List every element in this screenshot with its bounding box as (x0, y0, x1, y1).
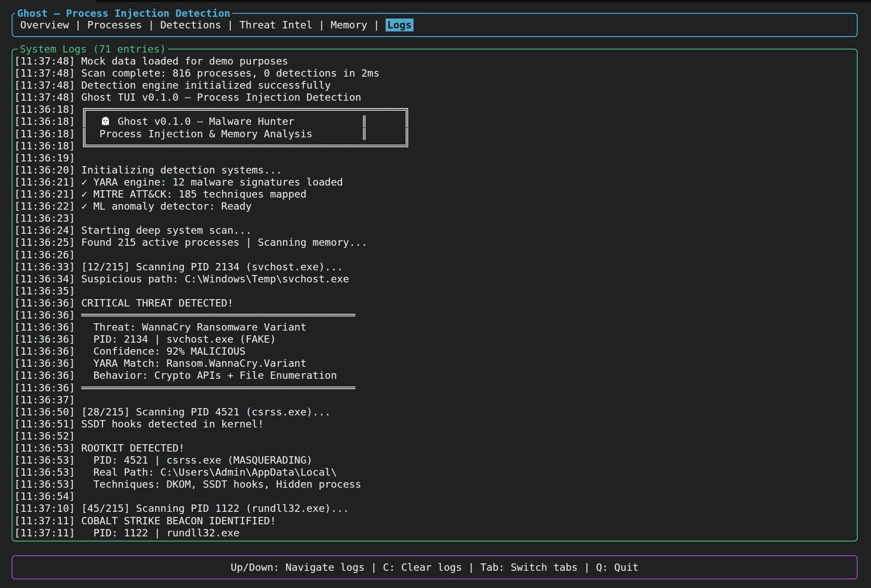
log-message: Threat: WannaCry Ransomware Variant (81, 321, 306, 333)
log-entry: [11:36:53] ROOTKIT DETECTED! (14, 442, 855, 454)
status-bar: Up/Down: Navigate logs | C: Clear logs |… (12, 555, 858, 579)
log-timestamp: [11:36:18] (14, 140, 81, 152)
log-message: ════════════════════════════════════════… (81, 382, 355, 394)
log-timestamp: [11:36:18] (14, 128, 81, 140)
log-message: Starting deep system scan... (81, 224, 252, 236)
log-timestamp: [11:36:52] (14, 430, 81, 442)
ghost-icon (99, 116, 111, 127)
log-message: COBALT STRIKE BEACON IDENTIFIED! (81, 515, 276, 527)
log-timestamp: [11:36:25] (14, 236, 81, 248)
log-entry: [11:36:36] CRITICAL THREAT DETECTED! (14, 297, 855, 309)
log-message: Scan complete: 816 processes, 0 detectio… (81, 67, 380, 79)
log-timestamp: [11:37:48] (14, 67, 81, 79)
log-entry: [11:36:52] (14, 430, 855, 442)
log-message: ║ Process Injection & Memory Analysis ║ … (81, 128, 410, 140)
tab-memory[interactable]: Memory (331, 19, 368, 31)
log-timestamp: [11:36:20] (14, 164, 81, 176)
log-entry: [11:36:36] Threat: WannaCry Ransomware V… (14, 321, 855, 333)
log-entry: [11:36:19] (14, 152, 855, 164)
log-message: ════════════════════════════════════════… (81, 309, 355, 321)
log-timestamp: [11:36:36] (14, 309, 81, 321)
log-timestamp: [11:36:36] (14, 321, 81, 333)
log-entry: [11:36:20] Initializing detection system… (14, 164, 855, 176)
log-timestamp: [11:36:37] (14, 394, 81, 406)
log-entry: [11:36:24] Starting deep system scan... (14, 224, 855, 236)
log-message: Mock data loaded for demo purposes (81, 55, 288, 67)
log-message: PID: 2134 | svchost.exe (FAKE) (81, 333, 276, 345)
log-timestamp: [11:36:53] (14, 454, 81, 466)
log-message: YARA Match: Ransom.WannaCry.Variant (81, 357, 306, 369)
window-top-strip (96, 0, 871, 2)
log-message: Confidence: 92% MALICIOUS (81, 345, 246, 357)
log-timestamp: [11:36:35] (14, 285, 81, 297)
log-entry: [11:36:53] PID: 4521 | csrss.exe (MASQUE… (14, 454, 855, 466)
log-timestamp: [11:36:18] (14, 115, 81, 127)
log-timestamp: [11:36:36] (14, 333, 81, 345)
logs-panel-title: System Logs (71 entries) (18, 42, 168, 56)
logs-panel: System Logs (71 entries) [11:37:48] Mock… (12, 49, 858, 542)
log-entry: [11:36:54] (14, 490, 855, 502)
log-entry: [11:37:11] PID: 1122 | rundll32.exe (14, 527, 855, 539)
log-entry: [11:36:22] ✓ ML anomaly detector: Ready (14, 200, 855, 212)
log-entry: [11:36:34] Suspicious path: C:\Windows\T… (14, 273, 855, 285)
log-entry: [11:36:26] (14, 249, 855, 261)
log-timestamp: [11:36:50] (14, 406, 81, 418)
tab-separator: | (312, 19, 330, 31)
log-entry: [11:36:36] Behavior: Crypto APIs + File … (14, 369, 855, 381)
log-message: Techniques: DKOM, SSDT hooks, Hidden pro… (81, 478, 361, 490)
log-timestamp: [11:36:18] (14, 103, 81, 115)
tab-detections[interactable]: Detections (160, 19, 221, 31)
log-timestamp: [11:36:51] (14, 418, 81, 430)
tab-overview[interactable]: Overview (20, 19, 69, 31)
log-entry: [11:36:18] ║ Ghost v0.1.0 — Malware Hunt… (14, 115, 855, 127)
tab-logs[interactable]: Logs (386, 19, 414, 31)
log-entry: [11:36:23] (14, 212, 855, 224)
log-message: [12/215] Scanning PID 2134 (svchost.exe)… (81, 261, 343, 273)
log-timestamp: [11:36:26] (14, 249, 81, 261)
log-message: ╚═══════════════════════════════════════… (81, 140, 410, 152)
log-entry: [11:36:51] SSDT hooks detected in kernel… (14, 418, 855, 430)
log-timestamp: [11:36:53] (14, 478, 81, 490)
log-message: [28/215] Scanning PID 4521 (csrss.exe)..… (81, 406, 331, 418)
log-entry: [11:37:11] COBALT STRIKE BEACON IDENTIFI… (14, 515, 855, 527)
log-entry: [11:36:18] ╚════════════════════════════… (14, 140, 855, 152)
log-entry: [11:36:53] Real Path: C:\Users\Admin\App… (14, 466, 855, 478)
ghost-tui-window: Ghost — Process Injection Detection Over… (0, 0, 871, 588)
log-timestamp: [11:36:36] (14, 297, 81, 309)
log-message: PID: 4521 | csrss.exe (MASQUERADING) (81, 454, 313, 466)
log-message: ROOTKIT DETECTED! (81, 442, 185, 454)
log-message: PID: 1122 | rundll32.exe (81, 527, 240, 539)
log-timestamp: [11:36:21] (14, 176, 81, 188)
log-timestamp: [11:36:19] (14, 152, 81, 164)
log-entry: [11:36:36] YARA Match: Ransom.WannaCry.V… (14, 357, 855, 369)
log-entry: [11:37:48] Ghost TUI v0.1.0 — Process In… (14, 91, 855, 103)
log-timestamp: [11:37:11] (14, 527, 81, 539)
tab-processes[interactable]: Processes (87, 19, 142, 31)
log-entry: [11:36:36] PID: 2134 | svchost.exe (FAKE… (14, 333, 855, 345)
log-message: Found 215 active processes | Scanning me… (81, 236, 368, 248)
log-timestamp: [11:36:36] (14, 369, 81, 381)
log-timestamp: [11:36:53] (14, 442, 81, 454)
log-entry: [11:36:36] ═════════════════════════════… (14, 309, 855, 321)
log-entry: [11:37:10] [45/215] Scanning PID 1122 (r… (14, 502, 855, 514)
log-entry: [11:36:50] [28/215] Scanning PID 4521 (c… (14, 406, 855, 418)
logs-body[interactable]: [11:37:48] Mock data loaded for demo pur… (14, 55, 855, 539)
tab-separator: | (221, 19, 239, 31)
log-timestamp: [11:36:36] (14, 345, 81, 357)
log-message: Suspicious path: C:\Windows\Temp\svchost… (81, 273, 349, 285)
log-timestamp: [11:36:54] (14, 490, 81, 502)
log-timestamp: [11:36:34] (14, 273, 81, 285)
log-entry: [11:36:25] Found 215 active processes | … (14, 236, 855, 248)
log-timestamp: [11:36:36] (14, 382, 81, 394)
log-timestamp: [11:36:36] (14, 357, 81, 369)
tab-threat-intel[interactable]: Threat Intel (239, 19, 312, 31)
log-entry: [11:36:37] (14, 394, 855, 406)
log-message: Initializing detection systems... (81, 164, 282, 176)
log-message: Detection engine initialized successfull… (81, 79, 331, 91)
log-message: [45/215] Scanning PID 1122 (rundll32.exe… (81, 502, 349, 514)
log-entry: [11:36:33] [12/215] Scanning PID 2134 (s… (14, 261, 855, 273)
log-timestamp: [11:37:11] (14, 515, 81, 527)
log-entry: [11:36:21] ✓ YARA engine: 12 malware sig… (14, 176, 855, 188)
log-message: Real Path: C:\Users\Admin\AppData\Local\ (81, 466, 337, 478)
tabs-panel: Ghost — Process Injection Detection Over… (12, 13, 858, 37)
